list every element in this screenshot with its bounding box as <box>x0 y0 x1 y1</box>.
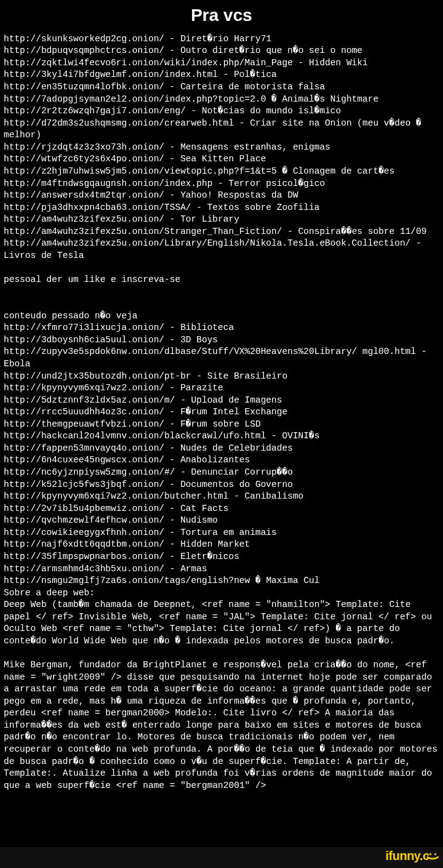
watermark-text: ifunny.c <box>385 849 429 862</box>
ifunny-watermark: ifunny.c:) <box>385 848 437 864</box>
document-body: http://skunksworkedp2cg.onion/ - Diret�r… <box>0 33 443 792</box>
bottom-bar <box>0 847 443 868</box>
page-title: Pra vcs <box>0 0 443 33</box>
smile-icon: :) <box>425 852 441 859</box>
